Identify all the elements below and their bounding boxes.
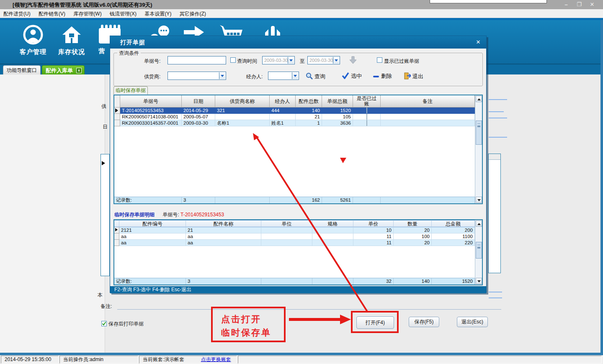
detail-docno-value: T-20140529153453: [180, 212, 224, 218]
exit-esc-button[interactable]: 退出(Esc): [457, 317, 488, 327]
bgform-field-line: [489, 118, 507, 118]
col-supplier[interactable]: 供货商名称: [215, 95, 270, 108]
col-posted[interactable]: 是否已过账: [353, 95, 381, 108]
query-time-checkbox[interactable]: [230, 57, 236, 63]
close-button[interactable]: ✕: [588, 1, 597, 8]
scroll-thumb[interactable]: [476, 120, 482, 145]
master-grid: 单据号 日期 供货商名称 经办人 配件总数 单据总额 是否已过账 备注 T-20…: [113, 95, 483, 204]
table-row[interactable]: 2121 21 10 20 200: [114, 227, 482, 233]
col-unit[interactable]: 单位: [261, 220, 312, 227]
table-row[interactable]: RK20090507141038-0001 2009-05-07 21 105: [114, 114, 482, 120]
table-row[interactable]: T-20140529153453 2014-05-29 321 444 140 …: [114, 108, 482, 114]
summary-qty: 162: [296, 197, 322, 203]
col-part-name[interactable]: 配件名称: [186, 220, 261, 227]
posted-checkbox[interactable]: [366, 120, 367, 126]
cell: [381, 108, 475, 114]
chevron-down-icon[interactable]: [219, 72, 225, 79]
col-spec[interactable]: 规格: [312, 220, 353, 227]
tab-close-icon[interactable]: x: [76, 68, 82, 73]
bgform-field-line: [489, 111, 504, 112]
scroll-up-icon[interactable]: [476, 96, 482, 102]
supplier-label: 供货商:: [144, 73, 160, 80]
col-agent[interactable]: 经办人: [270, 95, 296, 108]
agent-select[interactable]: [268, 72, 299, 80]
delete-action[interactable]: 删除: [373, 72, 392, 80]
annotation-highlight-rect: [351, 311, 399, 333]
status-account: 当前账套:演示帐套 点击更换账套: [139, 356, 237, 364]
query-conditions-group: 查询条件 单据号: 查询时间 2009-03-30 至 2009-03-30 显…: [113, 53, 483, 86]
summary-count: 3: [186, 278, 261, 285]
cell: RK20090330145357-0001: [120, 120, 182, 126]
maximize-button[interactable]: ❐: [575, 1, 584, 8]
toolbar-customer-management[interactable]: 客户管理: [15, 24, 51, 56]
menu-item-cashflow[interactable]: 钱流管理(X): [106, 9, 140, 18]
switch-account-link[interactable]: 点击更换账套: [201, 356, 231, 362]
cell: T-20140529153453: [120, 108, 182, 114]
col-qty[interactable]: 数量: [394, 220, 432, 227]
chevron-down-icon[interactable]: [288, 57, 294, 64]
cell: 220: [432, 240, 475, 246]
table-row[interactable]: aa aa 11 100 1100: [114, 233, 482, 240]
scroll-down-icon[interactable]: [476, 197, 482, 203]
print-after-save-label: 保存后打印单据: [108, 320, 144, 328]
select-action[interactable]: 选中: [342, 72, 362, 80]
show-posted-checkbox[interactable]: [377, 57, 382, 63]
menu-item-inventory[interactable]: 库存管理(W): [70, 9, 105, 18]
date-to-select[interactable]: 2009-03-30: [307, 56, 340, 64]
search-action[interactable]: 查询: [306, 72, 325, 80]
annotation-box: 点击打开 临时保存单: [211, 307, 286, 342]
docno-label: 单据号:: [144, 58, 160, 65]
save-f5-button[interactable]: 保存(F5): [409, 317, 439, 327]
scroll-down-icon[interactable]: [476, 278, 482, 284]
master-grid-scrollbar[interactable]: [475, 95, 482, 203]
col-remark[interactable]: 备注: [381, 95, 475, 108]
tab-navigation-window[interactable]: 功能导航窗口: [3, 65, 41, 75]
toolbar-inventory-status[interactable]: 库存状况: [54, 24, 90, 56]
to-label: 至: [300, 58, 305, 65]
menu-bar: 配件进货(U) 配件销售(V) 库存管理(W) 钱流管理(X) 基本设置(Y) …: [0, 9, 603, 18]
bgform-field-line: [489, 297, 502, 298]
chevron-down-icon[interactable]: [333, 57, 339, 64]
date-from-select[interactable]: 2009-03-30: [262, 56, 295, 64]
minimize-button[interactable]: –: [562, 1, 571, 8]
table-row[interactable]: aa aa 11 20 220: [114, 240, 482, 246]
chevron-down-icon[interactable]: [292, 72, 298, 79]
open-document-dialog: 打开单据 ✕ 查询条件 单据号: 查询时间 2009-03-30 至 2009-…: [110, 36, 487, 293]
col-price[interactable]: 单价: [353, 220, 394, 227]
dialog-close-icon[interactable]: ✕: [474, 38, 482, 46]
cell: 1: [296, 120, 322, 126]
detail-caption: 临时保存单据明细 单据号: T-20140529153453: [114, 211, 224, 218]
query-group-label: 查询条件: [117, 50, 141, 57]
supplier-select[interactable]: [168, 72, 226, 80]
menu-item-other[interactable]: 其它操作(Z): [176, 9, 209, 18]
tab-parts-inbound[interactable]: 配件入库单 x: [42, 65, 85, 75]
cell: 11: [353, 233, 394, 240]
select-action-label: 选中: [351, 73, 362, 79]
menu-item-purchase[interactable]: 配件进货(U): [0, 9, 34, 18]
docno-input[interactable]: [168, 56, 226, 64]
col-total[interactable]: 总金额: [432, 220, 475, 227]
menu-item-sales[interactable]: 配件销售(V): [35, 9, 69, 18]
detail-grid-summary: 记录数: 3 32 140 1520: [114, 278, 475, 285]
temp-saved-tab[interactable]: 临时保存单据: [113, 86, 148, 95]
row-indicator: [114, 227, 119, 233]
scroll-up-icon[interactable]: [476, 220, 482, 227]
print-after-save-checkbox[interactable]: [101, 321, 107, 326]
col-amount[interactable]: 单据总额: [322, 95, 353, 108]
exit-action[interactable]: 退出: [404, 72, 423, 80]
col-parts-qty[interactable]: 配件总数: [296, 95, 322, 108]
scroll-thumb[interactable]: [476, 242, 482, 259]
cell: [381, 114, 475, 120]
row-indicator: [114, 108, 120, 114]
detail-grid-scrollbar[interactable]: [475, 220, 482, 285]
posted-checkbox[interactable]: [366, 114, 367, 120]
cell: 3636: [322, 120, 353, 126]
query-time-label: 查询时间: [237, 58, 257, 65]
status-account-text: 当前账套:演示帐套: [143, 356, 184, 362]
col-date[interactable]: 日期: [182, 95, 215, 108]
col-part-no[interactable]: 配件编号: [119, 220, 186, 227]
menu-item-settings[interactable]: 基本设置(Y): [141, 9, 175, 18]
table-row[interactable]: RK20090330145357-0001 2009-03-30 名称1 姓名1…: [114, 120, 482, 126]
posted-checkbox[interactable]: [366, 108, 367, 113]
col-docno[interactable]: 单据号: [120, 95, 182, 108]
